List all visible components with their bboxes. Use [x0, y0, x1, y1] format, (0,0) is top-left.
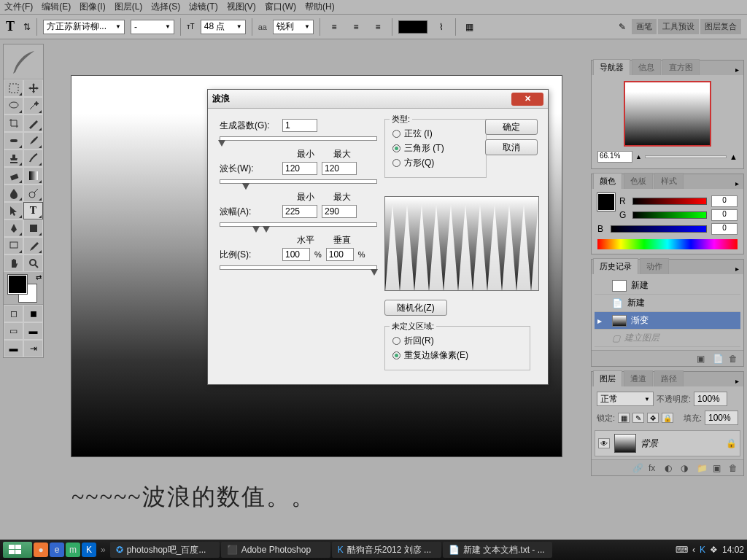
- panel-tab-toolpreset[interactable]: 工具预设: [658, 19, 699, 34]
- tray-icon[interactable]: ❖: [710, 545, 718, 555]
- g-value[interactable]: 0: [711, 209, 738, 221]
- wrap-radio[interactable]: 折回(R): [392, 335, 522, 347]
- dialog-titlebar[interactable]: 波浪 ✕: [208, 90, 548, 109]
- type-sine-radio[interactable]: 正弦 (I): [392, 128, 479, 140]
- tab-swatches[interactable]: 色板: [624, 173, 653, 189]
- zoom-tool-icon[interactable]: [23, 254, 43, 272]
- menu-window[interactable]: 窗口(W): [265, 1, 296, 13]
- quickmask-mode-icon[interactable]: ◼: [23, 305, 43, 322]
- lock-transparency-icon[interactable]: ▦: [618, 413, 630, 423]
- group-icon[interactable]: 📁: [697, 463, 707, 473]
- trash-icon[interactable]: 🗑: [729, 354, 739, 364]
- screen-full-menu-icon[interactable]: ▬: [23, 322, 43, 340]
- tray-icon[interactable]: ‹: [692, 545, 695, 555]
- menu-layer[interactable]: 图层(L): [115, 1, 143, 13]
- layer-mask-icon[interactable]: ◐: [665, 463, 675, 473]
- history-step[interactable]: 📄新建: [595, 295, 740, 312]
- wand-tool-icon[interactable]: [23, 97, 43, 114]
- scale-vert-input[interactable]: [326, 248, 354, 261]
- font-size-dropdown[interactable]: 48 点▼: [201, 20, 246, 34]
- align-left-icon[interactable]: ≡: [326, 19, 342, 35]
- tab-layers[interactable]: 图层: [593, 370, 622, 386]
- wavelength-max-input[interactable]: [322, 162, 357, 175]
- screen-standard-icon[interactable]: ▭: [4, 322, 23, 340]
- taskbar-app[interactable]: ⬛Adobe Photoshop: [221, 542, 330, 558]
- brush-preset-icon[interactable]: ✎: [614, 19, 630, 35]
- font-family-dropdown[interactable]: 方正苏新诗柳...▼: [43, 20, 125, 34]
- scale-horiz-input[interactable]: [282, 248, 310, 261]
- new-snapshot-icon[interactable]: ▣: [697, 354, 707, 364]
- font-style-dropdown[interactable]: -▼: [131, 20, 174, 34]
- eyedropper-tool-icon[interactable]: [23, 237, 43, 254]
- gradient-tool-icon[interactable]: [23, 167, 43, 184]
- dodge-tool-icon[interactable]: [23, 184, 43, 202]
- tray-icon[interactable]: ⌨: [676, 545, 688, 555]
- color-picker[interactable]: ⇄: [4, 272, 43, 304]
- character-panel-icon[interactable]: ▦: [462, 19, 478, 35]
- tab-color[interactable]: 颜色: [593, 173, 622, 189]
- link-layers-icon[interactable]: 🔗: [632, 463, 643, 473]
- type-square-radio[interactable]: 方形(Q): [392, 157, 479, 169]
- new-doc-icon[interactable]: 📄: [713, 354, 723, 364]
- layer-style-icon[interactable]: fx: [649, 463, 659, 473]
- fill-input[interactable]: 100%: [705, 411, 738, 425]
- tab-paths[interactable]: 路径: [654, 370, 684, 386]
- brush-tool-icon[interactable]: [23, 132, 43, 149]
- tray-icon[interactable]: K: [700, 545, 705, 555]
- amplitude-max-input[interactable]: [322, 205, 357, 218]
- type-tool-icon[interactable]: T: [23, 202, 43, 219]
- tab-channels[interactable]: 通道: [624, 370, 653, 386]
- panel-menu-icon[interactable]: ▸: [731, 64, 743, 75]
- wavelength-slider[interactable]: [220, 179, 377, 184]
- swap-colors-icon[interactable]: ⇄: [36, 273, 42, 281]
- tab-histogram[interactable]: 直方图: [662, 59, 700, 75]
- start-button[interactable]: [3, 542, 32, 558]
- generators-input[interactable]: [282, 119, 317, 132]
- warp-text-icon[interactable]: ⌇: [433, 19, 449, 35]
- close-button[interactable]: ✕: [511, 93, 543, 106]
- blend-mode-dropdown[interactable]: 正常▼: [597, 392, 654, 406]
- tab-navigator[interactable]: 导航器: [593, 59, 630, 75]
- adjustment-layer-icon[interactable]: ◑: [681, 463, 691, 473]
- menu-file[interactable]: 文件(F): [4, 1, 33, 13]
- spectrum-ramp[interactable]: [597, 239, 738, 249]
- shape-tool-icon[interactable]: [23, 219, 43, 237]
- crop-tool-icon[interactable]: [4, 114, 23, 132]
- zoom-slider[interactable]: [645, 155, 727, 158]
- r-value[interactable]: 0: [711, 195, 738, 207]
- heal-tool-icon[interactable]: [4, 132, 23, 149]
- color-fg-swatch[interactable]: [597, 193, 615, 211]
- align-center-icon[interactable]: ≡: [348, 19, 364, 35]
- quicklaunch-icon[interactable]: e: [50, 542, 64, 557]
- panel-menu-icon[interactable]: ▸: [731, 263, 743, 274]
- lock-position-icon[interactable]: ✥: [647, 413, 659, 423]
- amplitude-min-input[interactable]: [282, 205, 317, 218]
- menu-select[interactable]: 选择(S): [151, 1, 180, 13]
- b-value[interactable]: 0: [711, 223, 738, 235]
- history-step[interactable]: ▢建立图层: [595, 330, 740, 347]
- path-select-tool-icon[interactable]: [4, 202, 23, 219]
- imageready-icon[interactable]: ⇥: [23, 340, 43, 357]
- lasso-tool-icon[interactable]: [4, 97, 23, 114]
- move-tool-icon[interactable]: [23, 79, 43, 97]
- menu-view[interactable]: 视图(V): [227, 1, 256, 13]
- notes-tool-icon[interactable]: [4, 237, 23, 254]
- toggle-orientation-icon[interactable]: ⇅: [23, 22, 31, 32]
- tab-history[interactable]: 历史记录: [593, 258, 638, 274]
- stamp-tool-icon[interactable]: [4, 149, 23, 167]
- lock-all-icon[interactable]: 🔒: [662, 413, 673, 423]
- zoom-value[interactable]: 66.1%: [597, 151, 632, 163]
- taskbar-app[interactable]: ✪photoshop吧_百度...: [110, 542, 220, 558]
- antialias-dropdown[interactable]: 锐利▼: [273, 20, 314, 34]
- zoom-in-icon[interactable]: ▲: [729, 152, 738, 161]
- layer-row[interactable]: 👁 背景 🔒: [595, 430, 740, 456]
- history-step[interactable]: ▸渐变: [595, 312, 740, 330]
- opacity-input[interactable]: 100%: [694, 392, 727, 406]
- repeat-edge-radio[interactable]: 重复边缘像素(E): [392, 349, 522, 362]
- quicklaunch-icon[interactable]: m: [66, 542, 80, 557]
- hand-tool-icon[interactable]: [4, 254, 23, 272]
- quicklaunch-icon[interactable]: ●: [34, 542, 48, 557]
- marquee-tool-icon[interactable]: [4, 79, 23, 97]
- layer-thumbnail[interactable]: [614, 434, 636, 453]
- blur-tool-icon[interactable]: [4, 184, 23, 202]
